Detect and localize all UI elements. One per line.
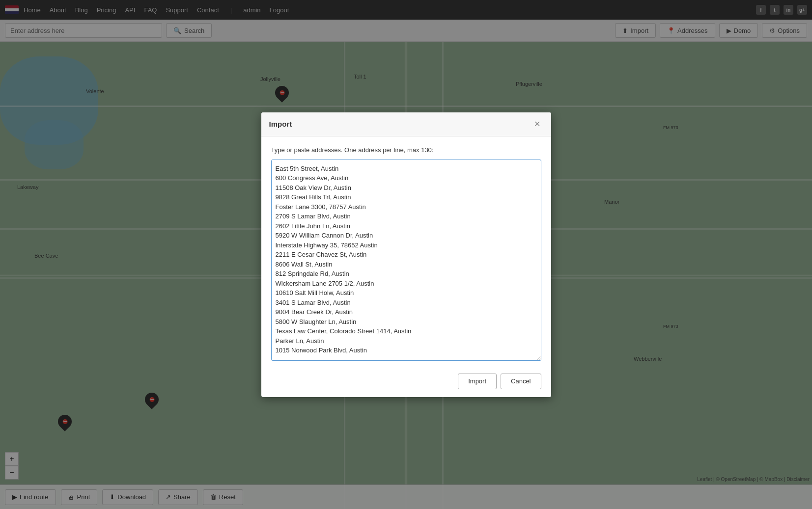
modal-header: Import ✕	[261, 112, 551, 136]
modal-overlay: Import ✕ Type or paste addresses. One ad…	[0, 0, 812, 509]
modal-body: Type or paste addresses. One address per…	[261, 136, 551, 366]
modal-title: Import	[269, 120, 292, 128]
import-modal: Import ✕ Type or paste addresses. One ad…	[261, 112, 551, 397]
modal-import-button[interactable]: Import	[458, 374, 497, 389]
modal-description: Type or paste addresses. One address per…	[271, 146, 541, 154]
modal-footer: Import Cancel	[261, 366, 551, 397]
address-textarea[interactable]	[271, 160, 541, 361]
modal-cancel-button[interactable]: Cancel	[501, 374, 541, 389]
modal-close-button[interactable]: ✕	[532, 118, 543, 130]
